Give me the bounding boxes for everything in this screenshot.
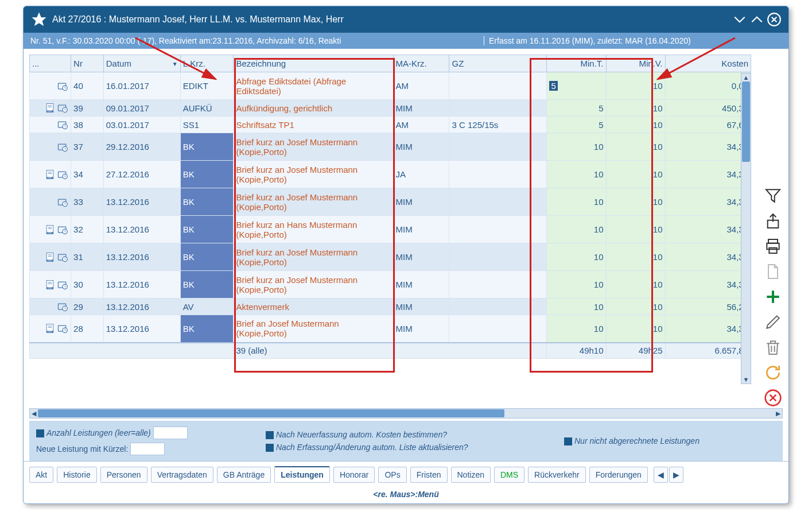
table-cell[interactable]: 31 [71, 243, 104, 271]
table-cell[interactable]: AUFKÜ [180, 100, 234, 117]
doc-icon[interactable]: DOC [44, 251, 56, 263]
folder-clock-icon[interactable] [57, 224, 68, 235]
table-cell[interactable]: MIM [393, 271, 449, 299]
table-cell[interactable]: EDIKT [180, 72, 234, 100]
table-row[interactable]: DOC2813.12.2016BKBrief an Josef Musterma… [30, 315, 751, 343]
table-cell[interactable]: Brief kurz an Hans Mustermann (Kopie,Por… [234, 216, 393, 243]
folder-clock-icon[interactable] [57, 301, 68, 312]
edit-icon[interactable] [764, 313, 782, 331]
table-row[interactable]: DOC3013.12.2016BKBrief kurz an Josef Mus… [30, 271, 751, 299]
table-cell[interactable]: 38 [71, 117, 104, 133]
doc-icon[interactable]: DOC [44, 169, 56, 180]
table-cell[interactable]: Aktenvermerk [234, 299, 393, 315]
table-cell[interactable]: AV [180, 299, 234, 315]
table-cell[interactable]: MIM [393, 315, 449, 343]
table-cell[interactable] [449, 315, 547, 343]
table-cell[interactable] [449, 161, 547, 188]
table-cell[interactable]: 10 [547, 133, 606, 161]
table-cell[interactable]: 27.12.2016 [103, 161, 180, 188]
table-cell[interactable]: JA [393, 161, 449, 188]
cancel-icon[interactable] [764, 389, 782, 407]
add-icon[interactable] [764, 288, 782, 306]
table-cell[interactable]: 10 [606, 72, 665, 100]
anzahl-input[interactable] [153, 427, 188, 439]
table-cell[interactable]: BK [180, 161, 234, 188]
table-cell[interactable]: 13.12.2016 [103, 299, 180, 315]
table-cell[interactable]: 10 [547, 271, 606, 299]
folder-clock-icon[interactable] [57, 102, 68, 114]
neuerfassung-option[interactable]: Nach Neuerfassung autom. Kosten bestimme… [266, 430, 553, 439]
tab-vertragsdaten[interactable]: Vertragsdaten [151, 467, 213, 483]
table-cell[interactable]: 13.12.2016 [103, 315, 180, 343]
table-cell[interactable]: 13.12.2016 [103, 216, 180, 243]
table-cell[interactable]: MIM [393, 100, 449, 117]
kuerzel-input[interactable] [130, 443, 165, 455]
table-cell[interactable]: AM [393, 72, 449, 100]
table-cell[interactable]: 10 [606, 243, 665, 271]
table-cell[interactable] [449, 133, 547, 161]
tab-forderungen[interactable]: Forderungen [589, 467, 648, 483]
table-cell[interactable]: Brief kurz an Josef Mustermann (Kopie,Po… [234, 161, 393, 188]
table-cell[interactable]: 10 [606, 188, 665, 216]
table-cell[interactable] [449, 271, 547, 299]
neue-leistung-option[interactable]: Neue Leistung mit Kürzel: [36, 443, 254, 455]
table-cell[interactable]: 10 [547, 243, 606, 271]
table-cell[interactable]: Schriftsatz TP1 [234, 117, 393, 133]
col-gz[interactable]: GZ [449, 55, 547, 72]
folder-clock-icon[interactable] [57, 119, 68, 130]
folder-clock-icon[interactable] [57, 169, 68, 180]
up-out-icon[interactable] [749, 12, 764, 27]
table-cell[interactable]: 34,30 [665, 188, 751, 216]
table-row[interactable]: DOC3113.12.2016BKBrief kurz an Josef Mus… [30, 243, 751, 271]
table-cell[interactable]: BK [180, 315, 234, 343]
table-row[interactable]: DOC3909.01.2017AUFKÜAufkündigung, gerich… [30, 100, 751, 117]
table-cell[interactable]: Brief kurz an Josef Mustermann (Kopie,Po… [234, 133, 393, 161]
table-cell[interactable]: 10 [606, 161, 665, 188]
scroll-down-icon[interactable]: ▼ [741, 375, 751, 383]
table-row[interactable]: 3803.01.2017SS1Schriftsatz TP1AM3 C 125/… [30, 117, 751, 133]
table-cell[interactable]: Brief kurz an Josef Mustermann (Kopie,Po… [234, 243, 393, 271]
scroll-right-icon[interactable]: ▶ [774, 409, 782, 418]
star-icon[interactable] [30, 11, 48, 28]
doc-icon[interactable]: DOC [44, 102, 56, 114]
tab-honorar[interactable]: Honorar [333, 467, 375, 483]
table-cell[interactable]: SS1 [180, 117, 234, 133]
tabs-prev-icon[interactable]: ◀ [654, 467, 668, 483]
table-cell[interactable]: 10 [547, 315, 606, 343]
tab-historie[interactable]: Historie [57, 467, 96, 483]
table-cell[interactable]: 29.12.2016 [103, 133, 180, 161]
table-cell[interactable]: 56,28 [665, 299, 751, 315]
table-row[interactable]: DOC3427.12.2016BKBrief kurz an Josef Mus… [30, 161, 751, 188]
table-cell[interactable]: Brief kurz an Josef Mustermann (Kopie,Po… [234, 271, 393, 299]
tab-ops[interactable]: OPs [378, 467, 406, 483]
table-cell[interactable]: MIM [393, 188, 449, 216]
table-cell[interactable] [449, 188, 547, 216]
table-cell[interactable]: 37 [71, 133, 104, 161]
col-nr[interactable]: Nr [71, 55, 104, 72]
table-cell[interactable]: 40 [71, 72, 104, 100]
delete-icon[interactable] [764, 338, 782, 356]
table-cell[interactable]: 28 [71, 315, 104, 343]
vscroll-thumb[interactable] [742, 82, 750, 162]
doc-icon[interactable]: DOC [44, 224, 56, 235]
table-cell[interactable]: 10 [606, 315, 665, 343]
tab-rückverkehr[interactable]: Rückverkehr [528, 467, 586, 483]
scroll-left-icon[interactable]: ◀ [30, 409, 38, 418]
doc-icon[interactable]: DOC [44, 323, 56, 334]
tab-dms[interactable]: DMS [494, 467, 525, 483]
table-cell[interactable]: 34,30 [665, 161, 751, 188]
table-cell[interactable]: 67,68 [665, 117, 751, 133]
table-cell[interactable]: 10 [547, 299, 606, 315]
aenderung-option[interactable]: Nach Erfassung/Änderung autom. Liste akt… [266, 443, 553, 452]
table-cell[interactable]: 10 [547, 216, 606, 243]
tab-akt[interactable]: Akt [29, 467, 53, 483]
table-row[interactable]: 3313.12.2016BKBrief kurz an Josef Muster… [30, 188, 751, 216]
table-cell[interactable]: MIM [393, 243, 449, 271]
document-icon[interactable] [764, 262, 782, 281]
table-cell[interactable]: BK [180, 133, 234, 161]
print-icon[interactable] [764, 237, 782, 255]
vertical-scrollbar[interactable]: ▲ ▼ [741, 73, 751, 384]
table-cell[interactable] [449, 216, 547, 243]
table-cell[interactable]: 34,30 [665, 271, 751, 299]
folder-clock-icon[interactable] [57, 279, 68, 290]
